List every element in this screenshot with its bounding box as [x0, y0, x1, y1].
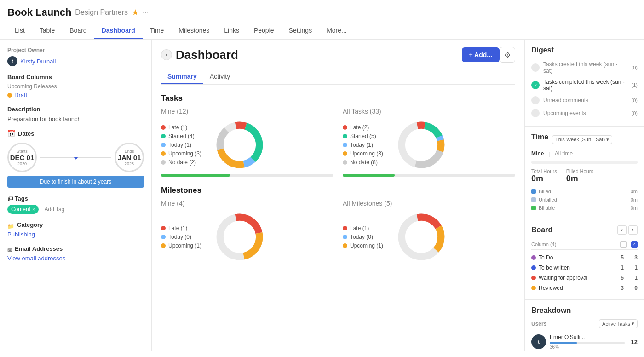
- tasks-section-title: Tasks: [161, 94, 515, 103]
- star-icon[interactable]: ★: [132, 7, 139, 17]
- board-header-checkbox1[interactable]: [620, 241, 627, 248]
- breakdown-users-label: Users: [531, 321, 546, 327]
- all-ms-legend: Late (1)Today (0)Upcoming (1): [343, 225, 389, 249]
- tags-label: 🏷 Tags: [7, 195, 144, 202]
- time-details: Billed0mUnbilled0mBillable0m: [531, 187, 638, 212]
- mine-tasks-label: Mine (12): [161, 108, 334, 115]
- time-tab-mine[interactable]: Mine: [531, 150, 544, 157]
- total-hours-stat: Total Hours 0m: [531, 168, 557, 184]
- time-detail-item: Unbilled0m: [531, 196, 638, 204]
- mine-tasks-card: Mine (12) Late (1)Started (4)Today (1)Up…: [161, 108, 334, 177]
- collapse-sidebar-button[interactable]: ‹: [161, 49, 172, 60]
- digest-items: Tasks created this week (sun - sat)(0)✓T…: [531, 59, 638, 120]
- all-tasks-progress: [343, 174, 515, 177]
- breakdown-sub: Users Active Tasks ▾: [531, 319, 638, 328]
- nav-tab-board[interactable]: Board: [62, 23, 94, 39]
- week-selector[interactable]: This Week (Sun - Sat) ▾: [552, 135, 612, 144]
- settings-button[interactable]: ⚙: [500, 47, 515, 63]
- nav-tab-table[interactable]: Table: [32, 23, 62, 39]
- end-year: 2023: [125, 161, 134, 166]
- more-icon[interactable]: ···: [143, 8, 149, 17]
- user-progress-bar: [550, 342, 577, 344]
- description-label: Description: [7, 106, 144, 113]
- board-columns-label: Board Columns: [7, 74, 144, 81]
- end-month: JAN 01: [118, 154, 141, 161]
- board-row[interactable]: Reviewed30: [531, 283, 638, 293]
- nav-tab-links[interactable]: Links: [217, 23, 247, 39]
- board-panel: Board ‹ › Column (4) ✓ To Do53To be writ…: [525, 219, 644, 300]
- legend-item: Upcoming (1): [161, 242, 207, 249]
- user-percent: 36%: [550, 345, 625, 350]
- owner-avatar: t: [7, 56, 17, 66]
- board-col-name: Upcoming Releases: [7, 83, 144, 90]
- add-tag-button[interactable]: Add Tag: [44, 206, 64, 213]
- nav-tab-more[interactable]: More...: [319, 23, 354, 39]
- legend-item: No date (8): [343, 159, 389, 166]
- user-row[interactable]: t Emer O'Sulli... 36% 12: [531, 332, 638, 351]
- header: Book Launch Design Partners ★ ··· ListTa…: [0, 0, 644, 40]
- dash-tab-summary[interactable]: Summary: [161, 70, 203, 84]
- start-label: Starts: [17, 149, 28, 154]
- all-tasks-card: All Tasks (33) Late (2)Started (5)Today …: [343, 108, 515, 177]
- dash-tab-activity[interactable]: Activity: [203, 70, 236, 84]
- nav-tab-settings[interactable]: Settings: [282, 23, 320, 39]
- board-prev-button[interactable]: ‹: [617, 225, 627, 235]
- description-text: Preparation for book launch: [7, 115, 144, 122]
- category-label: Category: [17, 221, 43, 228]
- all-milestones-card: All Milestones (5) Late (1)Today (0)Upco…: [343, 200, 515, 262]
- all-tasks-donut: [396, 120, 447, 170]
- dates-label: 📅 Dates: [7, 130, 144, 137]
- draft-label[interactable]: Draft: [14, 92, 27, 98]
- add-button[interactable]: + Add...: [462, 47, 500, 62]
- digest-item: Unread comments(0): [531, 94, 638, 107]
- breakdown-filter-button[interactable]: Active Tasks ▾: [599, 319, 638, 328]
- mine-tasks-progress: [161, 174, 334, 177]
- board-header-checkbox2[interactable]: ✓: [631, 241, 638, 248]
- category-value[interactable]: Publishing: [7, 231, 144, 238]
- legend-item: Upcoming (1): [343, 242, 389, 249]
- legend-item: Today (1): [343, 142, 389, 148]
- email-label: Email Addresses: [15, 245, 63, 252]
- email-link[interactable]: View email addresses: [7, 255, 144, 262]
- project-title-row: Book Launch Design Partners ★ ···: [7, 6, 637, 18]
- tasks-cards-row: Mine (12) Late (1)Started (4)Today (1)Up…: [161, 108, 515, 177]
- board-next-button[interactable]: ›: [628, 225, 638, 235]
- nav-tab-list[interactable]: List: [7, 23, 32, 39]
- board-row[interactable]: Waiting for approval51: [531, 273, 638, 283]
- owner-name[interactable]: t Kirsty Durnall: [7, 56, 144, 66]
- digest-item-icon: [531, 63, 540, 72]
- user-count: 12: [628, 339, 638, 345]
- tag-remove-icon[interactable]: ×: [32, 207, 35, 212]
- nav-tab-milestones[interactable]: Milestones: [171, 23, 217, 39]
- mine-tasks-donut: [214, 120, 265, 170]
- project-subtitle: Design Partners: [75, 8, 128, 17]
- mine-ms-chart: Late (1)Today (0)Upcoming (1): [161, 212, 334, 262]
- digest-item-icon: [531, 96, 540, 104]
- board-row[interactable]: To be written11: [531, 263, 638, 273]
- nav-tab-dashboard[interactable]: Dashboard: [94, 23, 143, 39]
- digest-item: ✓Tasks completed this week (sun - sat)(1…: [531, 76, 638, 94]
- board-rows: To Do53To be written11Waiting for approv…: [531, 253, 638, 293]
- owner-section: Project Owner t Kirsty Durnall: [7, 47, 144, 66]
- user-avatar: t: [531, 334, 546, 349]
- legend-item: Today (0): [161, 234, 207, 240]
- mine-tasks-chart: Late (1)Started (4)Today (1)Upcoming (3)…: [161, 120, 334, 170]
- legend-item: Upcoming (3): [161, 150, 207, 157]
- time-tabs: Mine | All time: [531, 150, 638, 157]
- legend-item: Started (4): [161, 133, 207, 139]
- digest-item: Tasks created this week (sun - sat)(0): [531, 59, 638, 76]
- time-detail-item: Billable0m: [531, 204, 638, 212]
- mine-ms-donut: [214, 212, 265, 262]
- nav-tab-people[interactable]: People: [247, 23, 282, 39]
- billed-hours-value: 0m: [566, 174, 593, 184]
- user-info: Emer O'Sulli... 36%: [550, 334, 625, 350]
- mine-tasks-legend: Late (1)Started (4)Today (1)Upcoming (3)…: [161, 124, 207, 166]
- project-name: Book Launch: [7, 6, 71, 18]
- digest-panel: Digest Tasks created this week (sun - sa…: [525, 40, 644, 127]
- dashboard-header: ‹ Dashboard + Add... ⚙: [161, 47, 515, 63]
- due-banner: Due to finish in about 2 years: [7, 176, 144, 188]
- board-row[interactable]: To Do53: [531, 253, 638, 263]
- nav-tab-time[interactable]: Time: [143, 23, 172, 39]
- time-tab-alltime[interactable]: All time: [555, 150, 573, 157]
- total-hours-label: Total Hours: [531, 168, 557, 174]
